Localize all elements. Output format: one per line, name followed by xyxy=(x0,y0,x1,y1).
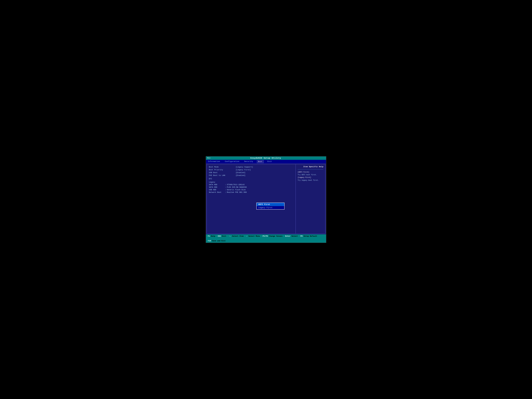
legacy-title: Legacy xyxy=(209,181,293,183)
right-panel: Item Specific Help [UEFI First] Try UEFI… xyxy=(296,164,325,234)
boot-priority-label: Boot Priority xyxy=(209,169,236,171)
footer-updown: ↑↓ Select Item xyxy=(229,235,243,237)
bios-title: InsydeH2O Setup Utility xyxy=(211,157,321,159)
boot-priority-row[interactable]: Boot Priority [Legacy First] xyxy=(209,169,293,171)
enter-key: Enter xyxy=(285,235,290,237)
help-line-2: [Legacy First] xyxy=(298,176,323,179)
menu-security[interactable]: Security xyxy=(243,160,254,163)
f5f6-desc: Change Values xyxy=(269,235,283,237)
sata-odd-row: SATA ODD : PLDS DVD-RW DA8A5SH xyxy=(209,186,293,188)
menu-boot[interactable]: Boot xyxy=(257,160,264,163)
f9-key: F9 xyxy=(300,235,303,237)
sata-odd-label: SATA ODD xyxy=(209,186,225,188)
f10-key: F10 xyxy=(208,240,211,242)
esc-desc: Exit xyxy=(222,235,226,237)
footer-bar: F1 Help ESC Exit ↑↓ Select Item ↔ Select… xyxy=(206,234,326,243)
pxe-boot-label: PXE Boot to LAN xyxy=(209,174,236,177)
footer-esc: ESC Exit xyxy=(218,235,226,237)
network-boot-label: Network Boot xyxy=(209,191,225,193)
usb-hdd-sep: : xyxy=(225,189,226,191)
pxe-boot-value: [Enabled] xyxy=(236,174,246,177)
main-area: Boot Mode [Legacy Support] Boot Priority… xyxy=(206,164,326,234)
menu-information[interactable]: Information xyxy=(207,160,221,163)
updown-desc: Select Item xyxy=(232,235,244,237)
f10-desc: Save and Exit xyxy=(212,240,226,242)
help-line-3: Try legacy boot first. xyxy=(298,179,323,182)
menu-configuration[interactable]: Configuration xyxy=(224,160,241,163)
enter-desc: Select xyxy=(291,235,298,237)
network-boot-row: Network Boot : Realtek PXE B01 D00 xyxy=(209,191,293,193)
help-text: [UEFI First] Try UEFI boot first. [Legac… xyxy=(298,171,323,182)
boot-mode-row: Boot Mode [Legacy Support] xyxy=(209,166,293,168)
efi-section: EFI xyxy=(209,178,293,180)
network-boot-sep: : xyxy=(225,191,226,193)
pxe-boot-row: PXE Boot to LAN [Enabled] xyxy=(209,174,293,177)
sata-odd-sep: : xyxy=(225,186,226,188)
boot-priority-value: [Legacy First] xyxy=(236,169,251,171)
usb-hdd-value: Generic Flash Disk xyxy=(227,189,246,191)
footer-f1: F1 Help xyxy=(208,235,215,237)
bios-screen: Rev InsydeH2O Setup Utility Information … xyxy=(206,156,326,243)
esc-key: ESC xyxy=(218,235,221,237)
title-bar: Rev InsydeH2O Setup Utility xyxy=(206,157,326,160)
help-divider xyxy=(298,169,323,170)
network-boot-value: Realtek PXE B01 D00 xyxy=(227,191,247,193)
footer-enter: Enter Select xyxy=(285,235,298,237)
boot-priority-dropdown[interactable]: UEFI First Legacy First xyxy=(256,203,285,209)
footer-f9: F9 Setup Default xyxy=(300,235,317,237)
sata-hdd-value: ST500LT012-1DG142 xyxy=(227,184,245,186)
sata-hdd-sep: : xyxy=(225,184,226,186)
f1-key: F1 xyxy=(208,235,210,237)
sata-hdd-row: SATA HDD : ST500LT012-1DG142 xyxy=(209,184,293,186)
efi-title: EFI xyxy=(209,178,293,180)
boot-mode-value: [Legacy Support] xyxy=(236,166,253,168)
usb-boot-row: USB Boot [Enabled] xyxy=(209,172,293,174)
help-title: Item Specific Help xyxy=(298,166,323,168)
leftright-key: ↔ xyxy=(246,235,247,237)
dropdown-uefi-first[interactable]: UEFI First xyxy=(257,203,284,206)
usb-hdd-label: USB HDD xyxy=(209,189,225,191)
leftright-desc: Select Menu xyxy=(248,235,260,237)
dropdown-legacy-first[interactable]: Legacy First xyxy=(257,206,284,209)
footer-leftright: ↔ Select Menu xyxy=(246,235,260,237)
f9-desc: Setup Default xyxy=(304,235,317,237)
footer-f10: F10 Save and Exit xyxy=(208,240,226,242)
usb-boot-label: USB Boot xyxy=(209,172,236,174)
left-panel: Boot Mode [Legacy Support] Boot Priority… xyxy=(207,164,296,234)
usb-boot-value: [Enabled] xyxy=(236,172,246,174)
boot-mode-label: Boot Mode xyxy=(209,166,236,168)
usb-hdd-row: USB HDD : Generic Flash Disk xyxy=(209,189,293,191)
legacy-section: Legacy SATA HDD : ST500LT012-1DG142 SATA… xyxy=(209,181,293,193)
menu-bar: Information Configuration Security Boot … xyxy=(206,160,326,164)
help-line-1: Try UEFI boot first. xyxy=(298,173,323,176)
sata-odd-value: PLDS DVD-RW DA8A5SH xyxy=(227,186,247,188)
help-line-0: [UEFI First] xyxy=(298,171,323,173)
updown-key: ↑↓ xyxy=(229,235,231,237)
rev-label: Rev xyxy=(207,157,211,159)
f5f6-key: F5/F6 xyxy=(263,235,268,237)
f1-desc: Help xyxy=(211,235,215,237)
footer-f5f6: F5/F6 Change Values xyxy=(263,235,283,237)
sata-hdd-label: SATA HDD xyxy=(209,184,225,186)
menu-exit[interactable]: Exit xyxy=(266,160,273,163)
